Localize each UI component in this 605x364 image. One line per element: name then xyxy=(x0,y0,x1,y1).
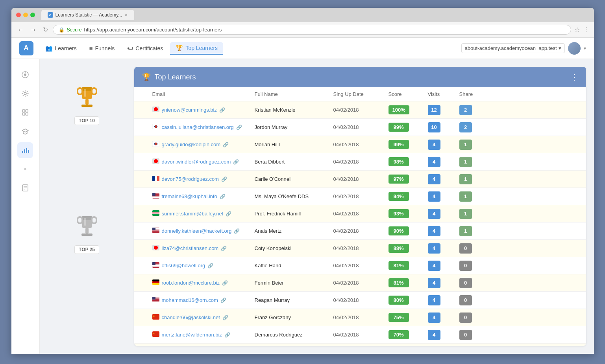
visits-badge: 4 xyxy=(428,330,440,340)
share-badge: 0 xyxy=(459,295,472,305)
sidebar-item-reports[interactable] xyxy=(17,180,33,196)
svg-rect-25 xyxy=(78,217,82,223)
share-badge: 1 xyxy=(459,174,472,184)
email-text[interactable]: davon.windler@rodriguez.com xyxy=(162,159,231,165)
nav-learners[interactable]: 👥 Learners xyxy=(40,42,82,55)
email-text[interactable]: tremaine68@kuphal.info xyxy=(162,193,217,199)
row-email: ottis69@howell.org 🔗 xyxy=(152,262,255,269)
email-text[interactable]: summer.stamm@bailey.net xyxy=(162,211,224,217)
trophy-panel: TOP 10 xyxy=(48,67,126,346)
visits-badge: 4 xyxy=(428,313,440,323)
external-link-icon[interactable]: 🔗 xyxy=(226,211,231,217)
email-text[interactable]: mertz.lane@wilderman.biz xyxy=(162,332,222,338)
app-body: • xyxy=(11,59,594,354)
table-actions-menu[interactable]: ⋮ xyxy=(570,72,578,82)
bookmark-icon[interactable]: ☆ xyxy=(574,26,580,33)
external-link-icon[interactable]: 🔗 xyxy=(221,246,227,251)
user-avatar[interactable] xyxy=(568,42,581,55)
email-text[interactable]: ottis69@howell.org xyxy=(162,263,205,268)
svg-rect-20 xyxy=(85,99,89,105)
svg-point-39 xyxy=(154,159,158,163)
maximize-button[interactable] xyxy=(30,13,35,17)
row-score: 70% xyxy=(389,330,428,339)
email-text[interactable]: mohammad16@orn.com xyxy=(162,297,218,303)
external-link-icon[interactable]: 🔗 xyxy=(234,228,240,234)
external-link-icon[interactable]: 🔗 xyxy=(221,176,227,182)
nav-top-learners-label: Top Learners xyxy=(185,45,218,51)
external-link-icon[interactable]: 🔗 xyxy=(223,142,229,147)
minimize-button[interactable] xyxy=(23,13,28,17)
score-badge: 75% xyxy=(389,313,409,322)
svg-point-3 xyxy=(24,92,26,95)
table-trophy-icon: 🏆 xyxy=(142,73,151,81)
tab-close-icon[interactable]: ✕ xyxy=(124,13,128,18)
sidebar-item-analytics[interactable] xyxy=(17,142,33,158)
email-text[interactable]: chandler66@jaskolski.net xyxy=(162,314,220,320)
user-dropdown-icon[interactable]: ▾ xyxy=(584,46,586,51)
country-flag xyxy=(152,314,159,321)
close-button[interactable] xyxy=(16,13,21,17)
score-badge: 94% xyxy=(389,192,409,201)
nav-certificates[interactable]: 🏷 Certificates xyxy=(122,42,168,55)
funnels-nav-icon: ≡ xyxy=(89,45,93,51)
external-link-icon[interactable]: 🔗 xyxy=(222,315,228,320)
row-fullname: Prof. Fredrick Hamill xyxy=(255,211,333,217)
sidebar-item-integrations[interactable] xyxy=(17,105,33,120)
external-link-icon[interactable]: 🔗 xyxy=(233,159,239,165)
row-email: ynienow@cummings.biz 🔗 xyxy=(152,107,255,114)
row-share: 1 xyxy=(459,209,491,219)
svg-rect-26 xyxy=(92,217,96,223)
row-fullname: Kattie Hand xyxy=(255,263,333,268)
external-link-icon[interactable]: 🔗 xyxy=(224,332,230,338)
svg-rect-24 xyxy=(81,216,93,220)
back-button[interactable]: ← xyxy=(16,25,26,35)
external-link-icon[interactable]: 🔗 xyxy=(236,125,242,130)
sidebar-item-dashboard[interactable] xyxy=(17,67,33,83)
academy-selector[interactable]: about-academy.academyocean_app.test ▾ xyxy=(461,43,565,53)
col-visits: Visits xyxy=(428,91,459,97)
score-badge: 81% xyxy=(389,278,409,287)
browser-window: A Learners Statistic — Academy... ✕ ← → … xyxy=(11,8,594,354)
top-nav: A 👥 Learners ≡ Funnels 🏷 Certificates 🏆 xyxy=(11,38,594,59)
email-text[interactable]: donnelly.kathleen@hackett.org xyxy=(162,228,232,234)
gold-trophy-icon xyxy=(73,84,101,112)
row-visits: 4 xyxy=(428,140,459,150)
row-date: 04/02/2018 xyxy=(333,263,389,268)
row-score: 94% xyxy=(389,192,428,201)
email-text[interactable]: roob.london@mcclure.biz xyxy=(162,280,220,286)
nav-top-learners[interactable]: 🏆 Top Learners xyxy=(170,42,223,55)
external-link-icon[interactable]: 🔗 xyxy=(219,107,225,113)
sidebar-item-settings[interactable] xyxy=(17,86,33,101)
visits-badge: 4 xyxy=(428,226,440,236)
address-bar[interactable]: 🔒 Secure https://app.academyocean.com/ac… xyxy=(53,25,571,35)
share-badge: 0 xyxy=(459,261,472,271)
row-visits: 4 xyxy=(428,295,459,305)
email-text[interactable]: cassin.juliana@christiansen.org xyxy=(162,124,234,130)
row-date: 04/02/2018 xyxy=(333,245,389,251)
external-link-icon[interactable]: 🔗 xyxy=(207,263,213,268)
email-text[interactable]: ynienow@cummings.biz xyxy=(162,107,217,113)
share-badge: 0 xyxy=(459,330,472,340)
country-flag xyxy=(152,297,159,304)
menu-icon[interactable]: ⋮ xyxy=(583,26,589,33)
academy-name: about-academy.academyocean_app.test xyxy=(465,45,557,51)
external-link-icon[interactable]: 🔗 xyxy=(222,280,228,286)
row-score: 100% xyxy=(389,105,428,114)
column-headers: Email Full Name Sing Up Date Score Visit… xyxy=(134,87,586,101)
external-link-icon[interactable]: 🔗 xyxy=(220,298,226,303)
nav-funnels[interactable]: ≡ Funnels xyxy=(84,42,120,55)
row-score: 81% xyxy=(389,261,428,270)
sidebar-item-courses[interactable] xyxy=(17,123,33,139)
visits-badge: 4 xyxy=(428,191,440,202)
url-text: https://app.academyocean.com/account/sta… xyxy=(84,27,222,33)
email-text[interactable]: liza74@christiansen.com xyxy=(162,245,219,251)
email-text[interactable]: grady.guido@koelpin.com xyxy=(162,142,221,147)
dropdown-icon: ▾ xyxy=(559,45,561,51)
forward-button[interactable]: → xyxy=(29,25,38,35)
email-text[interactable]: devon75@rodriguez.com xyxy=(162,176,219,182)
row-visits: 10 xyxy=(428,122,459,132)
reload-button[interactable]: ↻ xyxy=(41,24,50,35)
row-date: 04/02/2018 xyxy=(333,228,389,234)
browser-tab[interactable]: A Learners Statistic — Academy... ✕ xyxy=(41,10,135,20)
external-link-icon[interactable]: 🔗 xyxy=(220,194,226,199)
